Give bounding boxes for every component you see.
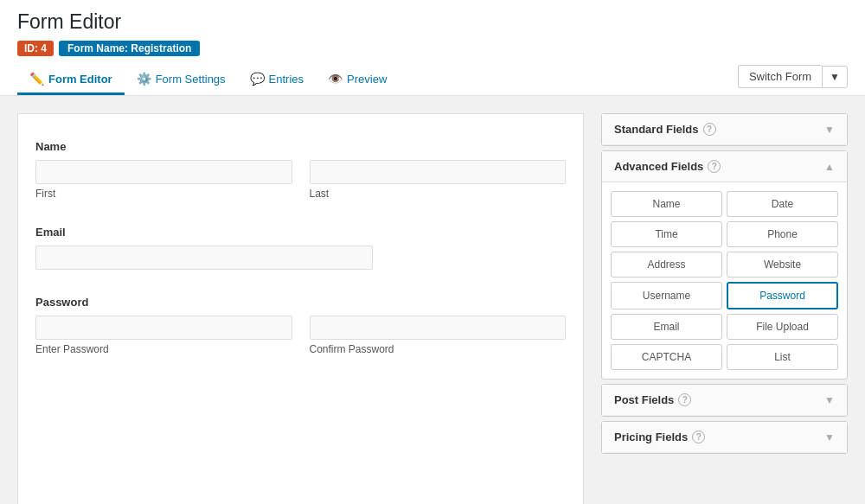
field-btn-file-upload[interactable]: File Upload <box>727 314 838 340</box>
page-title: Form Editor <box>17 10 848 34</box>
post-fields-chevron-icon: ▼ <box>824 394 835 406</box>
standard-fields-help-icon[interactable]: ? <box>703 123 716 136</box>
field-btn-password[interactable]: Password <box>727 282 838 309</box>
field-btn-time[interactable]: Time <box>611 221 722 247</box>
advanced-fields-label: Advanced Fields <box>614 160 703 173</box>
advanced-fields-chevron-icon: ▲ <box>824 161 835 173</box>
pricing-fields-label: Pricing Fields <box>614 431 688 443</box>
post-fields-header[interactable]: Post Fields ? ▼ <box>602 385 847 416</box>
standard-fields-chevron-icon: ▼ <box>824 124 835 136</box>
field-btn-date[interactable]: Date <box>727 191 838 217</box>
first-name-input[interactable] <box>35 160 292 184</box>
form-name-badge: Form Name: Registration <box>59 41 200 56</box>
nav-tabs: ✏️ Form Editor ⚙️ Form Settings 💬 Entrie… <box>17 65 848 95</box>
switch-form-button-group: Switch Form ▼ <box>738 65 848 88</box>
tab-preview-label: Preview <box>347 73 387 86</box>
tab-preview[interactable]: 👁️ Preview <box>316 65 399 95</box>
advanced-fields-section: Advanced Fields ? ▲ Name Date Time Phone… <box>601 150 848 380</box>
password-field-row: Enter Password Confirm Password <box>35 316 566 355</box>
tab-form-editor-label: Form Editor <box>48 73 112 86</box>
tab-form-editor[interactable]: ✏️ Form Editor <box>17 65 125 95</box>
advanced-fields-body: Name Date Time Phone Address Website Use… <box>602 182 847 379</box>
field-group-name: Name First Last <box>35 140 566 200</box>
switch-form-dropdown-button[interactable]: ▼ <box>822 66 848 88</box>
email-field-row <box>35 246 566 270</box>
field-btn-address[interactable]: Address <box>611 252 722 278</box>
last-name-col: Last <box>310 160 567 200</box>
page-header: Form Editor ID: 4 Form Name: Registratio… <box>0 0 865 96</box>
standard-fields-label: Standard Fields <box>614 123 699 136</box>
sidebar: Standard Fields ? ▼ Advanced Fields ? ▲ <box>601 113 848 504</box>
field-btn-captcha[interactable]: CAPTCHA <box>611 344 722 370</box>
post-fields-help-icon[interactable]: ? <box>678 393 691 406</box>
field-btn-phone[interactable]: Phone <box>727 221 838 247</box>
post-fields-label: Post Fields <box>614 393 674 406</box>
switch-form-button[interactable]: Switch Form <box>738 65 822 88</box>
first-name-col: First <box>35 160 292 200</box>
advanced-fields-header[interactable]: Advanced Fields ? ▲ <box>602 151 847 182</box>
pricing-fields-chevron-icon: ▼ <box>824 431 835 443</box>
form-id-badge: ID: 4 <box>17 41 54 56</box>
standard-fields-section: Standard Fields ? ▼ <box>601 113 848 146</box>
enter-password-label: Enter Password <box>35 343 292 355</box>
form-editor-canvas: Name First Last Email <box>17 113 584 504</box>
tab-entries[interactable]: 💬 Entries <box>238 65 316 95</box>
last-name-label: Last <box>310 188 567 200</box>
advanced-fields-help-icon[interactable]: ? <box>708 160 721 173</box>
field-group-password: Password Enter Password Confirm Password <box>35 296 566 355</box>
field-label-password: Password <box>35 296 566 309</box>
entries-icon: 💬 <box>250 72 265 86</box>
post-fields-title: Post Fields ? <box>614 393 691 406</box>
confirm-password-col: Confirm Password <box>310 316 567 355</box>
field-label-name: Name <box>35 140 566 153</box>
standard-fields-header[interactable]: Standard Fields ? ▼ <box>602 114 847 145</box>
confirm-password-label: Confirm Password <box>310 343 567 355</box>
title-badges: ID: 4 Form Name: Registration <box>17 41 848 56</box>
enter-password-col: Enter Password <box>35 316 292 355</box>
field-group-email: Email <box>35 226 566 270</box>
field-btn-name[interactable]: Name <box>611 191 722 217</box>
tab-entries-label: Entries <box>269 73 304 86</box>
tab-form-settings[interactable]: ⚙️ Form Settings <box>125 65 238 95</box>
standard-fields-title: Standard Fields ? <box>614 123 716 136</box>
name-field-row: First Last <box>35 160 566 200</box>
email-input[interactable] <box>35 246 373 270</box>
pricing-fields-help-icon[interactable]: ? <box>692 431 705 443</box>
pricing-fields-title: Pricing Fields ? <box>614 431 705 443</box>
pricing-fields-section: Pricing Fields ? ▼ <box>601 421 848 454</box>
field-btn-website[interactable]: Website <box>727 252 838 278</box>
main-content: Name First Last Email <box>0 96 865 504</box>
field-btn-email[interactable]: Email <box>611 314 722 340</box>
preview-icon: 👁️ <box>328 72 343 86</box>
first-name-label: First <box>35 188 292 200</box>
field-btn-list[interactable]: List <box>727 344 838 370</box>
advanced-fields-title: Advanced Fields ? <box>614 160 721 173</box>
email-col <box>35 246 373 270</box>
field-label-email: Email <box>35 226 566 239</box>
last-name-input[interactable] <box>310 160 567 184</box>
post-fields-section: Post Fields ? ▼ <box>601 384 848 417</box>
confirm-password-input[interactable] <box>310 316 567 340</box>
form-editor-icon: ✏️ <box>29 72 44 86</box>
tab-form-settings-label: Form Settings <box>156 73 226 86</box>
form-settings-icon: ⚙️ <box>137 72 151 86</box>
advanced-fields-grid: Name Date Time Phone Address Website Use… <box>611 191 838 370</box>
field-btn-username[interactable]: Username <box>611 282 722 309</box>
pricing-fields-header[interactable]: Pricing Fields ? ▼ <box>602 422 847 453</box>
enter-password-input[interactable] <box>35 316 292 340</box>
page-wrapper: Form Editor ID: 4 Form Name: Registratio… <box>0 0 865 504</box>
